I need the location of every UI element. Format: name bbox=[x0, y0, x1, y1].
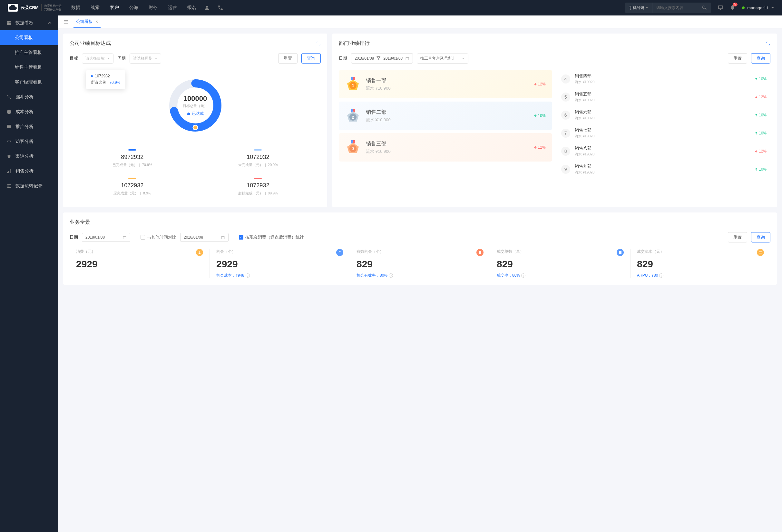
kpi-icon bbox=[617, 249, 624, 256]
menu-icon bbox=[6, 109, 11, 114]
podium-item: 3销售三部流水 ¥10,90012% bbox=[339, 133, 552, 162]
overview-query-button[interactable]: 查询 bbox=[751, 232, 771, 243]
nav-item[interactable]: 客户 bbox=[110, 5, 119, 11]
kpi-cell: 机会（个）2929机会成本：¥948 ? bbox=[210, 249, 350, 278]
phone-icon[interactable] bbox=[218, 5, 223, 11]
overview-card: 业务全景 日期 2018/01/08 与其他时间对比 2018/01/08 按现… bbox=[63, 212, 777, 285]
kpi-cell: 有效机会（个）829机会有效率：80% ? bbox=[350, 249, 490, 278]
trend-badge: 12% bbox=[755, 149, 767, 153]
expand-icon[interactable] bbox=[766, 41, 771, 46]
nav-item[interactable]: 线索 bbox=[91, 5, 100, 11]
sidebar-item[interactable]: 销售主管看板 bbox=[0, 60, 58, 75]
sidebar-item[interactable]: 客户经理看板 bbox=[0, 75, 58, 90]
nav-item[interactable]: 报名 bbox=[187, 5, 196, 11]
svg-text:1: 1 bbox=[352, 83, 354, 88]
dashboard-icon bbox=[6, 20, 11, 26]
rank-item: 6销售六部流水 ¥1902010% bbox=[557, 106, 771, 124]
target-query-button[interactable]: 查询 bbox=[301, 53, 321, 64]
rank-item: 5销售五部流水 ¥1902012% bbox=[557, 88, 771, 106]
tabbar: 公司看板 × bbox=[58, 15, 782, 28]
menu-toggle-icon[interactable] bbox=[63, 19, 68, 25]
search-input[interactable] bbox=[652, 5, 698, 10]
logo: 云朵CRM 教育机构一站式服务云平台 bbox=[8, 4, 62, 11]
nav-item[interactable]: 财务 bbox=[149, 5, 157, 11]
trend-badge: 12% bbox=[755, 95, 767, 99]
help-icon[interactable]: ? bbox=[389, 274, 393, 278]
nav-item[interactable]: 运营 bbox=[168, 5, 177, 11]
svg-rect-3 bbox=[351, 77, 353, 80]
sidebar-link[interactable]: 推广分析 bbox=[0, 119, 58, 134]
nav-item[interactable]: 公海 bbox=[129, 5, 138, 11]
menu-icon bbox=[6, 124, 11, 129]
calendar-icon bbox=[122, 235, 127, 240]
svg-text:2: 2 bbox=[352, 115, 354, 119]
svg-rect-13 bbox=[351, 140, 353, 143]
trend-badge: 10% bbox=[534, 113, 546, 118]
svg-rect-4 bbox=[353, 77, 355, 80]
topbar: 云朵CRM 教育机构一站式服务云平台 数据线索客户公海财务运营报名 手机号码 5… bbox=[0, 0, 782, 15]
target-card: 公司业绩目标达成 目标 请选择目标 周期 请选择周期 重置 查询 bbox=[63, 34, 327, 207]
help-icon[interactable]: ? bbox=[521, 274, 525, 278]
sidebar-link[interactable]: 数据流转记录 bbox=[0, 179, 58, 193]
menu-icon bbox=[6, 169, 11, 174]
rank-card: 部门业绩排行 日期 2018/01/08 至 2018/01/08 按工单客户经… bbox=[332, 34, 777, 207]
trend-badge: 10% bbox=[755, 113, 767, 117]
cash-checkbox[interactable]: 按现金消费（返点后消费）统计 bbox=[239, 235, 304, 240]
sidebar-link[interactable]: 销售分析 bbox=[0, 164, 58, 179]
stat-cell: 1072932未完成量（元） | 20.9% bbox=[196, 144, 321, 173]
svg-rect-9 bbox=[353, 109, 355, 112]
overview-date1[interactable]: 2018/01/08 bbox=[82, 233, 130, 242]
kpi-cell: 成交流水（元）829ARPU：¥80 ? bbox=[630, 249, 771, 278]
sidebar-link[interactable]: 成本分析 bbox=[0, 104, 58, 119]
compare-checkbox[interactable]: 与其他时间对比 bbox=[141, 235, 176, 240]
user-icon[interactable] bbox=[204, 5, 210, 11]
medal-icon: 2 bbox=[345, 108, 361, 123]
tab-close-icon[interactable]: × bbox=[96, 19, 98, 24]
stat-cell: 1072932超额完成（元） | 89.9% bbox=[196, 173, 321, 201]
kpi-icon bbox=[196, 249, 203, 256]
rank-query-button[interactable]: 查询 bbox=[751, 53, 771, 64]
overview-reset-button[interactable]: 重置 bbox=[728, 232, 747, 243]
notification-icon[interactable]: 5 bbox=[730, 4, 736, 11]
rank-reset-button[interactable]: 重置 bbox=[728, 53, 747, 64]
target-select[interactable]: 请选择目标 bbox=[82, 54, 113, 64]
target-reset-button[interactable]: 重置 bbox=[278, 53, 297, 64]
sidebar-item[interactable]: 推广主管看板 bbox=[0, 45, 58, 60]
search-type-select[interactable]: 手机号码 bbox=[625, 3, 652, 13]
menu-icon bbox=[6, 139, 11, 144]
sidebar: 数据看板 公司看板推广主管看板销售主管看板客户经理看板 漏斗分析成本分析推广分析… bbox=[0, 15, 58, 532]
period-select[interactable]: 请选择周期 bbox=[130, 54, 161, 64]
trend-badge: 10% bbox=[755, 131, 767, 135]
overview-date2[interactable]: 2018/01/08 bbox=[180, 233, 228, 242]
sidebar-link[interactable]: 访客分析 bbox=[0, 134, 58, 149]
nav-item[interactable]: 数据 bbox=[71, 5, 80, 11]
medal-icon: 1 bbox=[345, 76, 361, 92]
donut-center: 100000 目标总量（元） 已达成 bbox=[183, 95, 208, 116]
rank-date-range[interactable]: 2018/01/08 至 2018/01/08 bbox=[351, 53, 413, 64]
user-name: manager11 bbox=[747, 5, 769, 10]
sidebar-group-header[interactable]: 数据看板 bbox=[0, 15, 58, 30]
menu-icon bbox=[6, 154, 11, 159]
rank-groupby-select[interactable]: 按工单客户经理统计 bbox=[417, 54, 468, 64]
kpi-icon bbox=[336, 249, 343, 256]
podium-item: 2销售二部流水 ¥10,90010% bbox=[339, 102, 552, 130]
tab-company-board[interactable]: 公司看板 × bbox=[73, 15, 101, 28]
calendar-icon bbox=[221, 235, 225, 240]
search-button[interactable] bbox=[698, 3, 711, 13]
sidebar-link[interactable]: 渠道分析 bbox=[0, 149, 58, 164]
monitor-icon[interactable] bbox=[717, 5, 723, 11]
help-icon[interactable]: ? bbox=[246, 274, 250, 278]
stat-cell: 8972932已完成量（元） | 70.9% bbox=[70, 144, 196, 173]
trend-badge: 12% bbox=[534, 82, 546, 86]
rank-item: 4销售四部流水 ¥1902010% bbox=[557, 70, 771, 88]
sidebar-item[interactable]: 公司看板 bbox=[0, 30, 58, 45]
user-menu[interactable]: manager11 bbox=[742, 5, 774, 10]
expand-icon[interactable] bbox=[316, 41, 321, 46]
help-icon[interactable]: ? bbox=[659, 274, 663, 278]
sidebar-link[interactable]: 漏斗分析 bbox=[0, 90, 58, 104]
rank-item: 8销售八部流水 ¥1902012% bbox=[557, 142, 771, 160]
chevron-down-icon bbox=[771, 6, 774, 9]
svg-point-2 bbox=[193, 125, 197, 130]
status-dot bbox=[742, 6, 745, 9]
brand-sub: 教育机构一站式服务云平台 bbox=[41, 4, 62, 11]
